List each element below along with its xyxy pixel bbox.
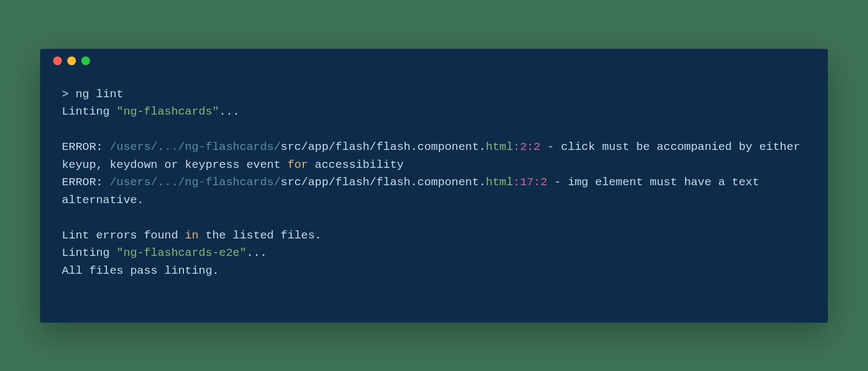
terminal-output: > ng lint Linting "ng-flashcards"... ERR…: [40, 73, 828, 302]
linting-label: Linting: [62, 105, 117, 118]
close-icon[interactable]: [53, 56, 62, 65]
minimize-icon[interactable]: [67, 56, 76, 65]
dash: -: [547, 176, 568, 188]
keyword-for: for: [288, 159, 308, 171]
error-path-light: src/app/flash/flash: [280, 141, 410, 153]
colon: :: [513, 141, 520, 153]
dot: .: [479, 176, 486, 188]
error-path-dim: /users/.../ng-flashcards/: [110, 141, 280, 153]
component-word: component: [417, 141, 478, 153]
line-col: 2:2: [520, 141, 540, 153]
project-name-e2e: "ng-flashcards-e2e": [117, 247, 246, 259]
maximize-icon[interactable]: [81, 56, 90, 65]
line-col: 17:2: [520, 176, 547, 188]
ellipsis: ...: [219, 105, 240, 118]
title-bar: [40, 49, 828, 73]
file-ext: html: [486, 176, 513, 188]
error-label: ERROR:: [62, 141, 110, 153]
dash: -: [540, 141, 561, 153]
summary-text-tail: the listed files.: [199, 229, 322, 242]
colon: :: [513, 176, 520, 188]
keyword-in: in: [185, 229, 199, 242]
ellipsis: ...: [246, 247, 267, 259]
command-text: ng lint: [75, 88, 123, 100]
error-path-dim: /users/.../ng-flashcards/: [110, 176, 280, 188]
pass-message: All files pass linting.: [62, 265, 219, 277]
summary-text: Lint errors found: [62, 229, 185, 242]
error-path-light: src/app/flash/flash: [280, 176, 410, 188]
dot: .: [479, 141, 486, 153]
project-name: "ng-flashcards": [117, 105, 219, 118]
linting-label: Linting: [62, 247, 117, 259]
error-label: ERROR:: [62, 176, 110, 188]
prompt-symbol: >: [62, 88, 75, 100]
dot: .: [411, 176, 418, 188]
component-word: component: [417, 176, 478, 188]
error-message-tail: accessibility: [308, 159, 404, 171]
file-ext: html: [486, 141, 513, 153]
terminal-window: > ng lint Linting "ng-flashcards"... ERR…: [40, 49, 828, 323]
dot: .: [411, 141, 418, 153]
